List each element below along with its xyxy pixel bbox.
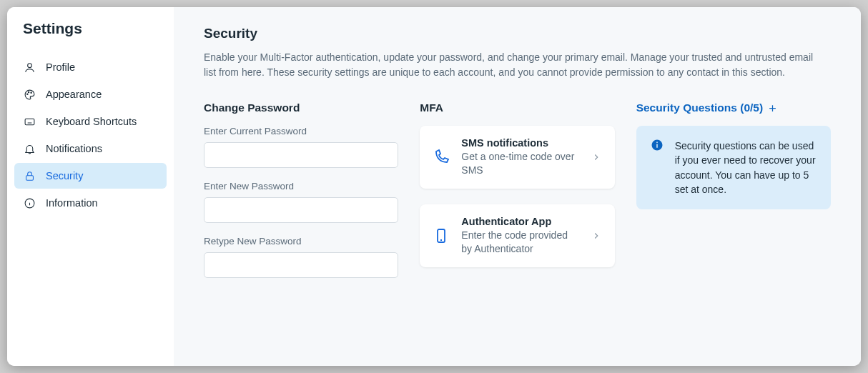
sidebar-item-notifications[interactable]: Notifications (14, 136, 167, 161)
sidebar-title: Settings (23, 20, 167, 37)
mfa-sms-title: SMS notifications (461, 137, 578, 149)
lock-icon (23, 169, 36, 182)
page-description: Enable your Multi-Factor authentication,… (204, 50, 826, 80)
security-questions-heading-text: Security Questions (0/5) (636, 101, 763, 114)
smartphone-icon (433, 227, 450, 244)
mfa-sms-card[interactable]: SMS notifications Get a one-time code ov… (420, 126, 614, 189)
sidebar-item-profile[interactable]: Profile (14, 54, 167, 80)
content-columns: Change Password Enter Current Password E… (204, 101, 831, 291)
current-password-input[interactable] (204, 142, 398, 168)
svg-point-3 (30, 91, 31, 92)
phone-icon (433, 149, 450, 166)
main-content: Security Enable your Multi-Factor authen… (174, 7, 861, 366)
sidebar-item-label: Keyboard Shortcuts (46, 116, 137, 127)
security-questions-heading[interactable]: Security Questions (0/5) (636, 101, 831, 114)
user-icon (23, 61, 36, 74)
info-circle-icon (651, 139, 664, 151)
svg-rect-4 (25, 119, 34, 125)
keyboard-icon (23, 115, 36, 128)
sidebar-item-label: Profile (46, 61, 75, 73)
bell-icon (23, 142, 36, 155)
sidebar-list: Profile Appearance Keyboard Shortcuts No… (14, 54, 167, 216)
info-icon (23, 197, 36, 209)
palette-icon (23, 88, 36, 101)
svg-point-0 (27, 63, 31, 67)
retype-password-label: Retype New Password (204, 236, 398, 247)
password-column: Change Password Enter Current Password E… (204, 101, 398, 291)
new-password-label: Enter New Password (204, 181, 398, 192)
chevron-right-icon (591, 151, 602, 163)
security-questions-info-text: Security questions can be used if you ev… (675, 139, 817, 197)
mfa-auth-title: Authenticator App (461, 216, 578, 227)
current-password-group: Enter Current Password (204, 126, 398, 168)
mfa-heading: MFA (420, 101, 614, 114)
change-password-heading: Change Password (204, 101, 398, 114)
sidebar-item-label: Appearance (46, 89, 102, 100)
svg-rect-19 (656, 142, 658, 144)
chevron-right-icon (591, 230, 602, 242)
security-questions-info: Security questions can be used if you ev… (636, 126, 831, 209)
sidebar-item-security[interactable]: Security (14, 163, 167, 189)
sidebar-item-keyboard[interactable]: Keyboard Shortcuts (14, 109, 167, 134)
mfa-authenticator-card[interactable]: Authenticator App Enter the code provide… (420, 204, 614, 267)
mfa-auth-body: Authenticator App Enter the code provide… (461, 216, 578, 256)
plus-icon (767, 103, 778, 114)
page-title: Security (204, 26, 831, 41)
current-password-label: Enter Current Password (204, 126, 398, 136)
svg-rect-18 (656, 144, 658, 148)
mfa-sms-body: SMS notifications Get a one-time code ov… (461, 137, 578, 177)
sidebar-item-label: Information (46, 197, 98, 209)
retype-password-group: Retype New Password (204, 236, 398, 278)
mfa-column: MFA SMS notifications Get a one-time cod… (420, 101, 614, 291)
mfa-auth-desc: Enter the code provided by Authenticator (461, 229, 578, 256)
sidebar-item-label: Security (46, 170, 83, 181)
new-password-group: Enter New Password (204, 181, 398, 223)
svg-rect-9 (26, 175, 33, 179)
new-password-input[interactable] (204, 197, 398, 223)
svg-point-2 (28, 91, 29, 92)
sidebar-item-appearance[interactable]: Appearance (14, 81, 167, 107)
sidebar-item-information[interactable]: Information (14, 190, 167, 216)
sidebar-item-label: Notifications (46, 143, 102, 154)
retype-password-input[interactable] (204, 252, 398, 278)
security-questions-column: Security Questions (0/5) Security questi… (636, 101, 831, 291)
mfa-sms-desc: Get a one-time code over SMS (461, 150, 578, 177)
sidebar: Settings Profile Appearance Keyboard Sho… (7, 7, 174, 366)
settings-window: Settings Profile Appearance Keyboard Sho… (7, 7, 861, 366)
svg-point-1 (26, 94, 27, 94)
